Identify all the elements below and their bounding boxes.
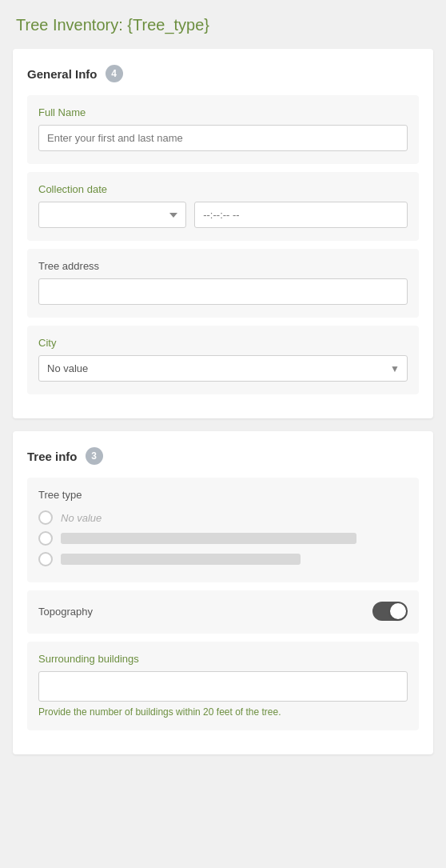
tree-type-option-2[interactable] (38, 531, 408, 546)
tree-type-options: No value (38, 507, 408, 570)
radio-circle-2 (38, 531, 53, 546)
tree-address-label: Tree address (38, 260, 408, 272)
city-select[interactable]: No value (38, 355, 408, 382)
general-info-section: General Info 4 Full Name Collection date… (13, 49, 433, 418)
topography-toggle-row: Topography (38, 602, 408, 621)
tree-type-option-1[interactable]: No value (38, 510, 408, 525)
surrounding-buildings-input[interactable] (38, 671, 408, 702)
page-container: Tree Inventory: {Tree_type} General Info… (0, 0, 446, 868)
radio-bar-3 (61, 554, 301, 565)
page-title: Tree Inventory: {Tree_type} (13, 16, 433, 34)
full-name-label: Full Name (38, 106, 408, 118)
radio-circle-3 (38, 552, 53, 566)
radio-bar-2 (61, 533, 356, 544)
collection-date-field: Collection date (27, 172, 419, 241)
full-name-input[interactable] (38, 125, 408, 151)
full-name-field: Full Name (27, 95, 419, 164)
tree-type-field: Tree type No value (27, 478, 419, 582)
surrounding-buildings-hint: Provide the number of buildings within 2… (38, 706, 408, 718)
surrounding-buildings-field: Surrounding buildings Provide the number… (27, 642, 419, 730)
radio-label-1: No value (61, 512, 102, 524)
tree-type-label: Tree type (38, 489, 408, 501)
tree-info-header: Tree info 3 (27, 447, 419, 465)
general-info-header: General Info 4 (27, 65, 419, 82)
tree-type-option-3[interactable] (38, 552, 408, 566)
tree-info-title: Tree info (27, 450, 78, 463)
date-dropdown[interactable] (38, 202, 186, 228)
time-input[interactable] (194, 202, 408, 228)
city-field: City No value ▼ (27, 326, 419, 394)
tree-info-section: Tree info 3 Tree type No value (13, 431, 433, 754)
topography-label: Topography (38, 606, 93, 618)
city-select-wrapper: No value ▼ (38, 355, 408, 382)
topography-field: Topography (27, 590, 419, 634)
surrounding-buildings-label: Surrounding buildings (38, 653, 408, 665)
tree-address-input[interactable] (38, 278, 408, 305)
radio-circle-1 (38, 510, 53, 525)
general-info-title: General Info (27, 67, 98, 81)
date-row (38, 202, 408, 228)
tree-address-field: Tree address (27, 249, 419, 318)
general-info-badge: 4 (106, 65, 123, 82)
city-label: City (38, 337, 408, 349)
topography-toggle[interactable] (372, 602, 408, 621)
tree-info-badge: 3 (86, 447, 103, 465)
collection-date-label: Collection date (38, 183, 408, 195)
